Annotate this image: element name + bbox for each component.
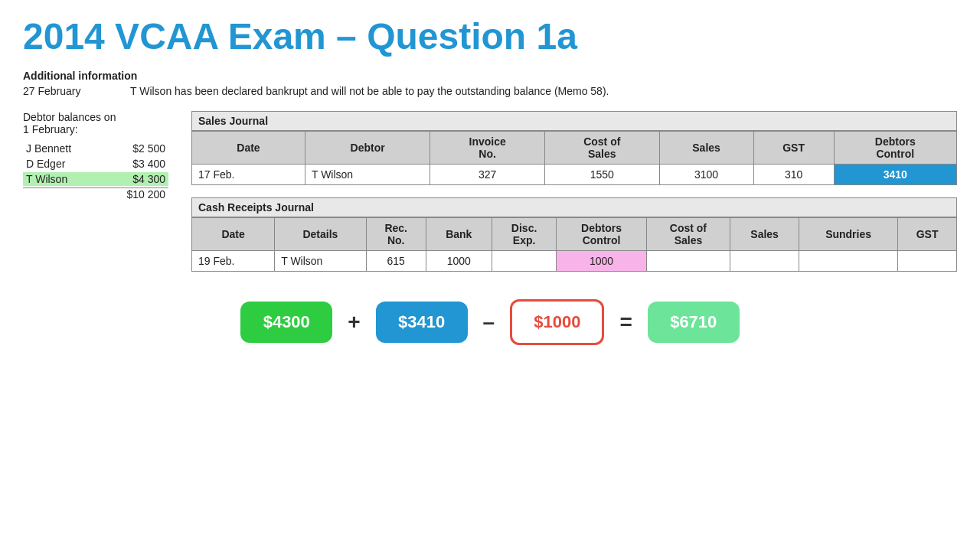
debtor-total-row: $10 200 <box>23 187 168 201</box>
page-title: 2014 VCAA Exam – Question 1a <box>23 15 957 57</box>
crj-row-gst <box>898 251 957 272</box>
sj-row-date: 17 Feb. <box>192 165 305 185</box>
eq-op1: + <box>348 310 360 334</box>
crj-header: Date Details Rec.No. Bank Disc.Exp. Debt… <box>192 218 957 251</box>
crj-row-disc <box>492 251 557 272</box>
eq-op3: = <box>619 310 632 334</box>
debtor-amount-edger: $3 400 <box>119 158 165 170</box>
sj-col-sales: Sales <box>659 132 753 165</box>
crj-row-bank: 1000 <box>426 251 492 272</box>
cash-receipts-journal: Cash Receipts Journal Date Details Rec.N… <box>191 197 957 272</box>
eq-val4: $6710 <box>648 302 740 343</box>
debtor-name-bennett: J Bennett <box>26 142 87 155</box>
crj-col-date: Date <box>192 218 275 251</box>
tables-area: Sales Journal Date Debtor InvoiceNo. Cos… <box>191 111 957 284</box>
sales-journal-title: Sales Journal <box>191 111 957 131</box>
eq-val1: $4300 <box>240 302 332 343</box>
sj-col-cos: Cost ofSales <box>544 132 659 165</box>
sales-journal: Sales Journal Date Debtor InvoiceNo. Cos… <box>191 111 957 185</box>
crj-col-cos: Cost ofSales <box>646 218 730 251</box>
debtor-row-bennett: J Bennett $2 500 <box>23 142 168 155</box>
debtor-name-edger: D Edger <box>26 158 87 170</box>
debtor-total: $10 200 <box>126 188 165 201</box>
crj-table: Date Details Rec.No. Bank Disc.Exp. Debt… <box>191 217 957 272</box>
crj-col-dc: DebtorsControl <box>557 218 646 251</box>
sj-col-dc: DebtorsControl <box>834 132 956 165</box>
debtor-amount-wilson: $4 300 <box>119 173 165 185</box>
additional-info-label: Additional information <box>23 70 957 82</box>
crj-col-bank: Bank <box>426 218 492 251</box>
crj-col-rec: Rec.No. <box>366 218 426 251</box>
crj-row-sales <box>730 251 799 272</box>
crj-col-gst: GST <box>898 218 957 251</box>
table-row: 19 Feb. T Wilson 615 1000 1000 <box>192 251 957 272</box>
eq-val2: $3410 <box>376 302 468 343</box>
debtor-row-wilson: T Wilson $4 300 <box>23 172 168 186</box>
additional-info-section: Additional information 27 February T Wil… <box>23 70 957 97</box>
debtor-balances: Debtor balances on 1 February: J Bennett… <box>23 111 168 284</box>
crj-row-dc: 1000 <box>557 251 646 272</box>
sj-col-date: Date <box>192 132 305 165</box>
sj-row-dc: 3410 <box>834 165 956 185</box>
sj-col-debtor: Debtor <box>305 132 430 165</box>
crj-row-sundries <box>799 251 898 272</box>
eq-val3: $1000 <box>510 299 604 345</box>
info-row: 27 February T Wilson has been declared b… <box>23 85 957 97</box>
sj-row-sales: 3100 <box>659 165 753 185</box>
debtor-amount-bennett: $2 500 <box>119 142 165 155</box>
crj-row-rec: 615 <box>366 251 426 272</box>
content-area: Debtor balances on 1 February: J Bennett… <box>23 111 957 284</box>
crj-title: Cash Receipts Journal <box>191 197 957 217</box>
sj-row-cos: 1550 <box>544 165 659 185</box>
crj-col-details: Details <box>275 218 366 251</box>
info-text: T Wilson has been declared bankrupt and … <box>130 85 609 97</box>
info-date: 27 February <box>23 85 100 97</box>
crj-row-date: 19 Feb. <box>192 251 275 272</box>
eq-op2: – <box>483 310 495 334</box>
debtor-name-wilson: T Wilson <box>26 173 87 185</box>
crj-row-cos <box>646 251 730 272</box>
sales-journal-table: Date Debtor InvoiceNo. Cost ofSales Sale… <box>191 131 957 185</box>
sales-journal-header: Date Debtor InvoiceNo. Cost ofSales Sale… <box>192 132 957 165</box>
crj-col-sundries: Sundries <box>799 218 898 251</box>
crj-col-sales: Sales <box>730 218 799 251</box>
sj-row-invoice: 327 <box>430 165 545 185</box>
crj-col-disc: Disc.Exp. <box>492 218 557 251</box>
sj-row-gst: 310 <box>753 165 834 185</box>
equation: $4300 + $3410 – $1000 = $6710 <box>23 299 957 345</box>
sj-col-invoice: InvoiceNo. <box>430 132 545 165</box>
debtor-title: Debtor balances on 1 February: <box>23 111 168 135</box>
table-row: 17 Feb. T Wilson 327 1550 3100 310 3410 <box>192 165 957 185</box>
sj-col-gst: GST <box>753 132 834 165</box>
sj-row-debtor: T Wilson <box>305 165 430 185</box>
debtor-row-edger: D Edger $3 400 <box>23 157 168 171</box>
crj-row-details: T Wilson <box>275 251 366 272</box>
